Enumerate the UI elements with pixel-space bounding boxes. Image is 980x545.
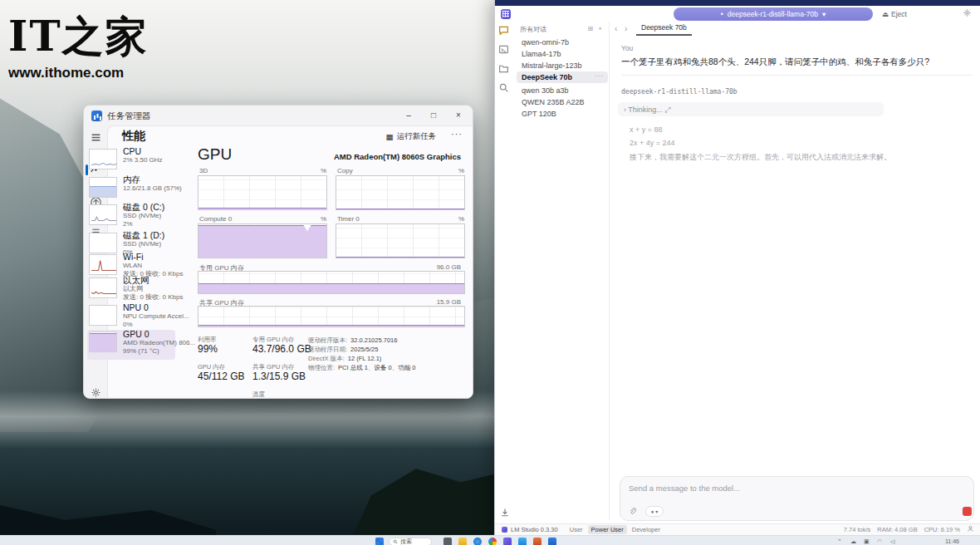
ithome-watermark: IT之家 www.ithome.com: [8, 10, 149, 81]
mode-user[interactable]: User: [566, 525, 586, 534]
close-button[interactable]: ×: [446, 106, 471, 125]
cpu-mini-chart: [89, 149, 117, 169]
stat-label-dedicated: 专用 GPU 内存: [252, 336, 294, 343]
message-input[interactable]: [627, 482, 959, 502]
chevron-down-icon: ▾: [822, 10, 826, 18]
user-profile-icon[interactable]: [967, 525, 974, 534]
user-label: You: [621, 44, 633, 52]
my-models-folder-icon[interactable]: [498, 63, 511, 76]
more-options-icon[interactable]: ···: [451, 129, 463, 139]
chat-list-item[interactable]: qwen 30b a3b: [522, 86, 605, 96]
task-manager-window: 任务管理器 – □ ×: [83, 105, 473, 399]
eject-icon: ⏏: [882, 10, 889, 18]
task-manager-taskbar-icon[interactable]: [548, 538, 556, 545]
file-explorer-icon[interactable]: [458, 538, 467, 545]
lm-studio-taskbar-icon[interactable]: [503, 538, 512, 545]
chat-list-item-selected[interactable]: DeepSeek 70b ···: [517, 71, 608, 83]
tray-shield-icon[interactable]: ▣: [864, 538, 870, 545]
thinking-header[interactable]: › Thinking... ⤢: [624, 106, 671, 115]
lm-studio-statusbar: LM Studio 0.3.30 User Power User Develop…: [495, 523, 980, 535]
tab-deepseek-70b[interactable]: Deepseek 70b: [636, 22, 692, 36]
stat-value-utilization: 99%: [198, 343, 218, 356]
loaded-model-pill[interactable]: • deepseek-r1-distill-llama-70b ▾: [674, 7, 873, 21]
chart-label-timer0: Timer 0: [337, 215, 360, 223]
chat-list-item[interactable]: qwen-omni-7b: [522, 37, 605, 47]
expand-icon: ⤢: [664, 106, 670, 114]
maximize-button[interactable]: □: [421, 106, 446, 125]
chart-label-compute0: Compute 0: [199, 215, 232, 223]
chevron-right-icon: ›: [624, 106, 626, 114]
chat-list-item[interactable]: Mistral-large-123b: [522, 61, 605, 71]
dedicated-memory-max: 96.0 GB: [437, 263, 461, 271]
tray-network-icon[interactable]: ◠: [877, 538, 882, 545]
settings-gear-icon[interactable]: [963, 8, 972, 19]
tray-onedrive-icon[interactable]: ☁: [850, 538, 856, 545]
disk0-mini-chart: [89, 204, 117, 225]
gpu-3d-chart: [198, 175, 327, 210]
gpu-copy-chart: [336, 175, 465, 210]
chart-unit: %: [458, 215, 464, 223]
detail-directx-version: DirectX 版本:12 (FL 12.1): [308, 354, 381, 363]
lm-studio-window: • deepseek-r1-distill-llama-70b ▾ ⏏ Ejec…: [494, 0, 980, 535]
ethernet-mini-chart: [89, 277, 117, 298]
start-button[interactable]: [375, 538, 384, 545]
discover-search-icon[interactable]: [498, 82, 511, 95]
stat-value-gpu-memory: 45/112 GB: [198, 371, 244, 383]
model-bolt-icon: •: [721, 10, 723, 18]
chart-unit: %: [321, 215, 326, 223]
stat-value-shared: 1.3/15.9 GB: [252, 371, 306, 383]
perf-item-memory[interactable]: 内存 12.6/21.8 GB (57%): [89, 175, 172, 203]
chats-panel-tools[interactable]: ⊞ +: [587, 25, 604, 32]
tray-volume-icon[interactable]: ◁: [890, 538, 894, 545]
lm-studio-titlebar[interactable]: [495, 0, 980, 6]
task-manager-titlebar[interactable]: 任务管理器 – □ ×: [84, 106, 473, 125]
perf-item-ethernet[interactable]: 以太网 以太网 发送: 0 接收: 0 Kbps: [89, 276, 172, 303]
app-icon-blue[interactable]: [518, 538, 527, 545]
perf-item-gpu-selected[interactable]: GPU 0 AMD Radeon(TM) 806... 99% (71 °C): [87, 330, 175, 360]
run-new-task-button[interactable]: ▦ 运行新任务: [381, 129, 441, 144]
wifi-mini-chart: [89, 254, 117, 275]
edge-browser-icon[interactable]: [473, 538, 482, 545]
chrome-browser-icon[interactable]: [488, 538, 497, 545]
hamburger-menu-icon[interactable]: [84, 132, 107, 147]
nav-back-icon[interactable]: ‹: [615, 24, 617, 33]
chat-item-more-icon[interactable]: ···: [595, 72, 604, 80]
settings-gear-icon[interactable]: [84, 387, 107, 399]
chats-panel: 所有对话 ⊞ + qwen-omni-7b Llama4-17b Mistral…: [513, 22, 610, 520]
chart-label-copy: Copy: [337, 167, 353, 174]
cpu-usage: CPU: 6.19 %: [924, 526, 960, 533]
minimize-button[interactable]: –: [396, 106, 421, 125]
chat-list-item[interactable]: QWEN 235B A22B: [522, 97, 605, 107]
window-title: 任务管理器: [107, 110, 151, 122]
mode-power-user[interactable]: Power User: [588, 525, 627, 534]
task-view-icon[interactable]: [443, 538, 452, 545]
downloads-icon[interactable]: [500, 508, 510, 519]
developer-tab-icon[interactable]: [498, 44, 511, 56]
eject-model-button[interactable]: ⏏ Eject: [882, 10, 907, 18]
taskbar-search[interactable]: 搜索: [389, 538, 432, 545]
mode-developer[interactable]: Developer: [629, 525, 664, 534]
perf-item-disk0[interactable]: 磁盘 0 (C:) SSD (NVMe) 2%: [89, 203, 172, 230]
chat-list-item[interactable]: Llama4-17b: [522, 49, 605, 59]
memory-mini-chart: [89, 177, 117, 198]
taskbar-clock[interactable]: 11:46: [945, 538, 959, 544]
stat-label-shared: 共享 GPU 内存: [252, 363, 294, 371]
npu-mini-chart: [89, 305, 117, 326]
chat-tab-icon[interactable]: [498, 25, 511, 37]
chart-unit: %: [458, 167, 464, 174]
attach-paperclip-icon[interactable]: [629, 507, 637, 518]
perf-item-npu[interactable]: NPU 0 NPU Compute Accel... 0%: [89, 303, 172, 331]
app-icon-orange[interactable]: [533, 538, 541, 545]
composer-options-button[interactable]: ●▾: [645, 506, 664, 517]
chats-panel-title: 所有对话: [520, 25, 546, 34]
thinking-line: 2x + 4y = 244: [630, 139, 675, 147]
stop-generation-button[interactable]: [963, 507, 972, 516]
chat-list-item[interactable]: GPT 120B: [522, 109, 605, 119]
nav-forward-icon[interactable]: ›: [625, 24, 627, 33]
wallpaper-mist: [0, 390, 498, 449]
tray-chevron-up-icon[interactable]: ⌃: [837, 538, 842, 545]
gpu-device-name: AMD Radeon(TM) 8060S Graphics: [334, 152, 461, 161]
screen: IT之家 www.ithome.com 任务管理器 – □ ×: [0, 0, 980, 545]
perf-item-cpu[interactable]: CPU 2% 3.50 GHz: [89, 147, 172, 174]
stat-label-temperature: 温度: [252, 390, 265, 398]
